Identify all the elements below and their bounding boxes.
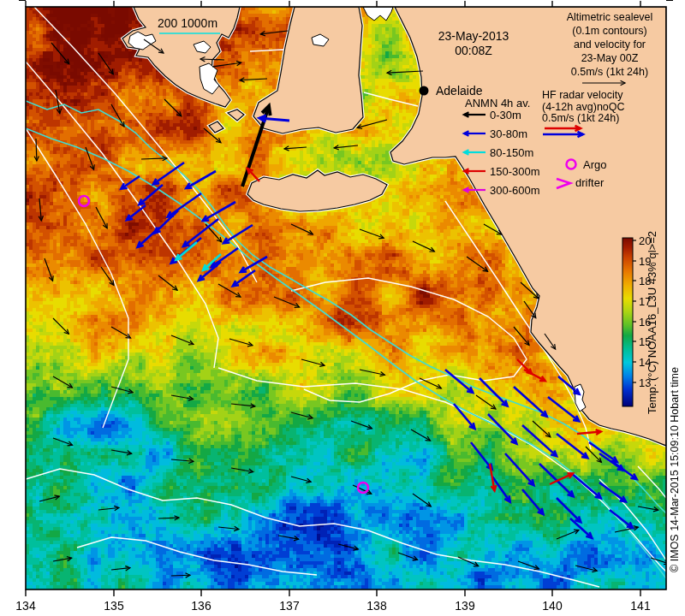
hf-radar-arrow <box>454 404 474 429</box>
hf-line-1: HF radar velocity <box>542 89 623 101</box>
colorbar: 2019181716151413 Temp. (°C) NOAA16_L3U 4… <box>622 231 658 414</box>
colorbar-gradient <box>622 238 633 406</box>
argo-label: Argo <box>583 158 606 171</box>
geostrophic-arrow <box>557 530 579 539</box>
hf-radar-arrow <box>153 163 184 184</box>
hf-line-2: (4-12h avg)noQC <box>542 101 625 113</box>
geostrophic-arrow <box>96 207 107 228</box>
geostrophic-arrow <box>98 53 113 74</box>
geostrophic-arrow <box>111 327 131 338</box>
drifter-label: drifter <box>575 176 605 189</box>
x-tick-label: 136 <box>191 599 211 613</box>
hf-radar-arrow <box>127 205 146 220</box>
geostrophic-arrow <box>51 43 69 64</box>
geostrophic-arrow <box>212 62 241 67</box>
geostrophic-arrow <box>45 258 53 281</box>
alt-line-5: 0.5m/s (1kt 24h) <box>571 66 648 78</box>
anmn-legend-label: 150-300m <box>490 165 540 178</box>
date-line2: 00:08Z <box>455 44 492 57</box>
x-tick-label: 140 <box>542 599 563 613</box>
argo-float-marker <box>79 196 89 206</box>
hf-radar-arrow <box>139 185 163 204</box>
geostrophic-arrow <box>141 158 167 159</box>
geostrophic-arrow <box>158 275 177 290</box>
hf-radar-arrow <box>522 489 543 514</box>
geostrophic-arrow <box>274 297 300 307</box>
geostrophic-arrow <box>53 376 73 388</box>
x-tick-label: 134 <box>15 599 36 613</box>
hf-radar-arrow <box>138 228 159 247</box>
hf-radar-arrow <box>557 498 581 522</box>
hf-line-3: 0.5m/s (1kt 24h) <box>542 112 619 124</box>
sealevel-contour-line <box>638 466 666 498</box>
geostrophic-arrow <box>171 335 194 344</box>
geostrophic-arrow <box>411 429 431 441</box>
city-label: Adelaide <box>436 84 483 98</box>
hf-radar-arrow <box>505 453 533 485</box>
geostrophic-arrow <box>86 147 94 169</box>
geostrophic-arrow <box>111 104 124 127</box>
alt-line-3: and velocity for <box>574 38 646 50</box>
nodata-water <box>363 7 393 21</box>
geostrophic-arrow <box>171 575 190 576</box>
geostrophic-arrow <box>53 318 68 334</box>
anmn-legend-label: 30-80m <box>490 127 527 140</box>
x-tick-label: 141 <box>630 599 651 613</box>
hf-radar-arrow <box>610 510 633 528</box>
hf-radar-arrow <box>557 434 587 458</box>
sealevel-contour-line <box>26 128 128 428</box>
anmn-legend-label: 300-600m <box>490 184 540 197</box>
sealevel-contour-line <box>26 469 599 587</box>
anmn-legend-title: ANMN 4h av. <box>465 97 530 110</box>
anmn-legend-label: 80-150m <box>490 146 533 159</box>
alt-line-1: Altimetric sealevel <box>567 11 653 23</box>
sealevel-contour-line <box>599 479 666 560</box>
sealevel-contour-line <box>364 92 418 106</box>
alt-line-4: 23-May 00Z <box>581 52 639 64</box>
geostrophic-arrow <box>413 241 434 252</box>
x-tick-label: 135 <box>104 599 124 613</box>
hf-radar-arrow <box>168 193 201 217</box>
geostrophic-arrow <box>420 378 441 388</box>
mooring-arrow <box>247 169 259 181</box>
geostrophic-arrow <box>387 71 423 73</box>
hf-radar-arrow <box>514 387 547 417</box>
date-line1: 23-May-2013 <box>438 29 509 43</box>
city-dot-icon <box>420 86 429 96</box>
sealevel-contour-line <box>291 278 527 402</box>
geostrophic-arrow <box>284 147 307 149</box>
geostrophic-arrow <box>413 494 431 506</box>
x-tick-label: 138 <box>366 599 387 613</box>
hf-radar-arrow <box>186 171 216 188</box>
geostrophic-arrow <box>291 224 313 234</box>
hf-radar-arrow <box>599 483 626 501</box>
hf-radar-arrow <box>572 474 601 498</box>
geostrophic-arrow <box>360 229 384 238</box>
hf-radar-arrow <box>471 442 492 470</box>
geostrophic-arrow <box>164 99 182 116</box>
hf-radar-arrow-deep <box>550 473 573 484</box>
colorbar-label: Temp. (°C) NOAA16_L3U 43% ql>=2 <box>646 231 658 414</box>
credit-text: © IMOS 14-Mar-2015 15:09:10 Hobart time <box>669 367 681 572</box>
geostrophic-arrow <box>533 421 551 437</box>
geostrophic-arrow <box>36 139 37 161</box>
geostrophic-arrow <box>158 518 179 518</box>
scalebar-label: 200 1000m <box>158 16 217 30</box>
geostrophic-arrow <box>476 395 496 409</box>
hf-radar-arrow <box>211 248 238 267</box>
map-overlay: 200 1000m 23-May-2013 00:08Z Adelaide AN… <box>0 0 685 616</box>
alt-line-2: (0.1m contours) <box>572 25 647 37</box>
geostrophic-arrow <box>524 301 536 318</box>
hf-radar-arrow <box>589 442 617 462</box>
sst-map-figure: 200 1000m 23-May-2013 00:08Z Adelaide AN… <box>0 0 685 616</box>
hf-radar-arrow <box>480 378 508 406</box>
hf-radar-arrow <box>445 370 473 393</box>
anmn-legend-label: 0-30m <box>490 109 521 121</box>
geostrophic-arrow <box>240 79 267 80</box>
x-tick-label: 137 <box>279 599 300 613</box>
y-tick-label: -39 <box>0 0 16 3</box>
x-tick-label: 139 <box>455 599 475 613</box>
hf-radar-arrow <box>488 414 516 444</box>
hf-radar-arrow <box>613 462 637 479</box>
